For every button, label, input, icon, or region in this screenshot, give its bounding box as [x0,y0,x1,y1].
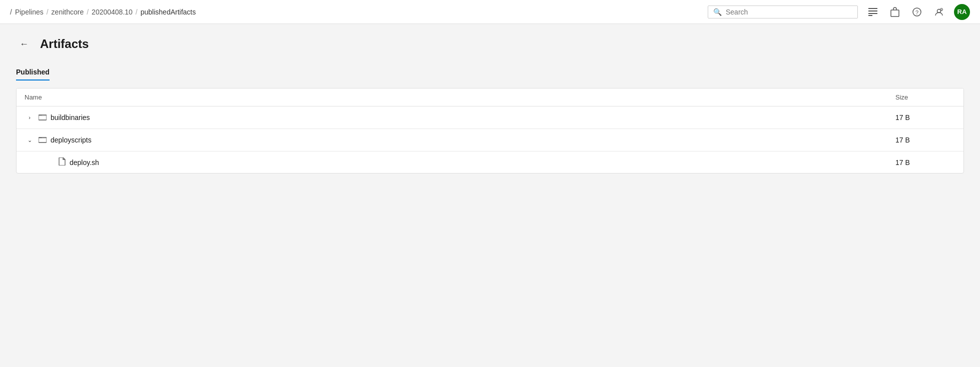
folder-icon [39,136,47,144]
tabs: Published [16,64,964,80]
svg-text:?: ? [915,9,918,15]
expand-icon[interactable]: › [25,112,35,122]
breadcrumb-sep-2: / [87,8,89,16]
svg-rect-11 [39,116,46,116]
row-size: 17 B [895,136,955,144]
table-header: Name Size [17,88,963,106]
topnav: / Pipelines / zenithcore / 20200408.10 /… [0,0,980,24]
col-name-header: Name [25,94,895,101]
svg-text:⚙: ⚙ [940,8,942,10]
shopping-bag-icon[interactable] [888,5,902,19]
svg-rect-2 [868,13,877,14]
page-header: ← Artifacts [16,36,964,52]
breadcrumb-published-artifacts[interactable]: publishedArtifacts [141,8,196,16]
svg-rect-0 [868,8,877,9]
row-left: ⌄ deployscripts [25,135,895,145]
breadcrumb-sep-0: / [10,8,12,16]
page-title: Artifacts [40,37,89,51]
collapse-icon[interactable]: ⌄ [25,135,35,145]
folder-icon [39,114,47,122]
table-row[interactable]: › buildbinaries 17 B [17,106,963,129]
search-icon: 🔍 [713,8,722,16]
search-input[interactable] [726,8,852,16]
artifacts-table: Name Size › buildbinaries 17 B ⌄ [16,88,964,174]
row-left: › buildbinaries [25,112,895,122]
row-name: deployscripts [51,136,92,144]
breadcrumb-sep-3: / [136,8,138,16]
svg-rect-1 [868,10,877,12]
breadcrumb-pipelines[interactable]: Pipelines [15,8,44,16]
row-name: buildbinaries [51,114,90,122]
search-box[interactable]: 🔍 [708,6,858,18]
tab-published[interactable]: Published [16,64,50,80]
back-button[interactable]: ← [16,36,32,52]
svg-rect-3 [868,15,872,16]
nav-icons: ? ⚙ RA [866,4,970,20]
row-size: 17 B [895,114,955,122]
svg-rect-4 [891,10,899,16]
main-content: ← Artifacts Published Name Size › bui [0,24,980,367]
user-settings-icon[interactable]: ⚙ [932,5,946,19]
breadcrumb-zenithcore[interactable]: zenithcore [52,8,84,16]
breadcrumb-build[interactable]: 20200408.10 [92,8,133,16]
svg-rect-13 [39,138,46,139]
list-icon[interactable] [866,5,880,19]
table-row[interactable]: ⌄ deployscripts 17 B [17,129,963,152]
row-left: deploy.sh [45,158,895,167]
breadcrumb: / Pipelines / zenithcore / 20200408.10 /… [10,8,708,16]
file-icon [59,158,66,167]
table-row[interactable]: deploy.sh 17 B [37,152,963,173]
breadcrumb-sep-1: / [47,8,49,16]
row-name: deploy.sh [70,158,99,166]
row-size: 17 B [895,158,955,166]
avatar[interactable]: RA [954,4,970,20]
col-size-header: Size [895,94,955,101]
help-icon[interactable]: ? [910,5,924,19]
